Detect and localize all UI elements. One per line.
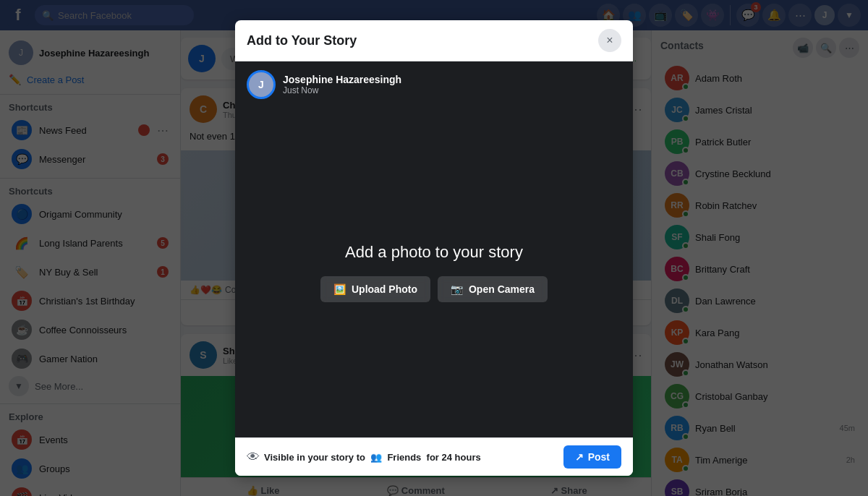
modal-footer: 👁 Visible in your story to 👥 Friends for… — [235, 437, 633, 476]
camera-icon: 📷 — [451, 283, 463, 295]
open-camera-button[interactable]: 📷 Open Camera — [438, 276, 548, 302]
post-button[interactable]: ↗ Post — [563, 445, 621, 469]
modal-header: Add to Your Story × — [235, 20, 633, 61]
story-preview-header: J Josephine Hazareesingh Just Now — [235, 61, 633, 108]
modal-close-button[interactable]: × — [598, 29, 621, 52]
story-buttons: 🖼️ Upload Photo 📷 Open Camera — [320, 276, 548, 302]
post-arrow-icon: ↗ — [575, 451, 584, 463]
friends-icon: 👥 — [370, 452, 382, 463]
footer-visible-text: Visible in your story to 👥 Friends for 2… — [264, 452, 559, 463]
modal-body: J Josephine Hazareesingh Just Now Add a … — [235, 61, 633, 437]
story-preview-time: Just Now — [283, 85, 401, 95]
story-center-content: Add a photo to your story 🖼️ Upload Phot… — [235, 108, 633, 437]
modal-title: Add to Your Story — [247, 33, 598, 48]
upload-photo-button[interactable]: 🖼️ Upload Photo — [320, 276, 430, 302]
story-add-text: Add a photo to your story — [345, 243, 523, 262]
story-modal: Add to Your Story × J Josephine Hazarees… — [235, 20, 633, 476]
story-preview-avatar: J — [247, 70, 276, 99]
modal-overlay[interactable]: Add to Your Story × J Josephine Hazarees… — [0, 0, 868, 496]
upload-icon: 🖼️ — [333, 283, 346, 295]
story-preview-name: Josephine Hazareesingh — [283, 74, 401, 85]
eye-icon: 👁 — [247, 450, 260, 465]
